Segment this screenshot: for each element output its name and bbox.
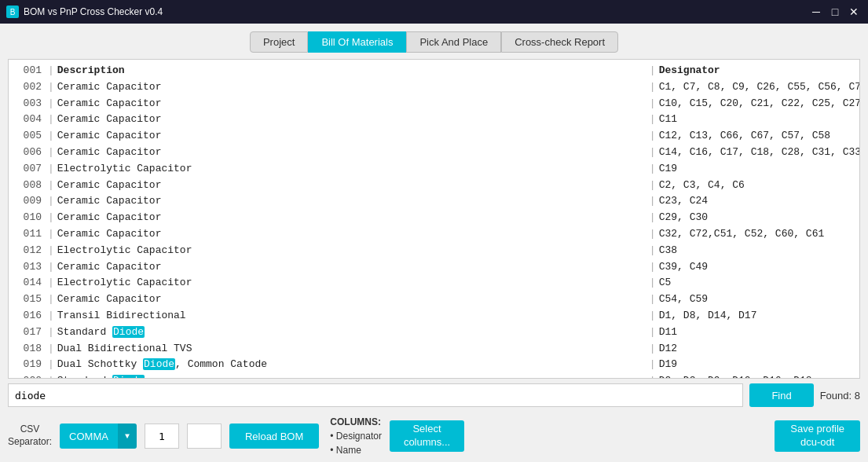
table-row: 017 | Standard Diode | D11	[15, 324, 853, 341]
row-number: 019	[15, 357, 45, 373]
row-description: Ceramic Capacitor	[57, 193, 646, 210]
row-description: Electrolytic Capacitor	[57, 243, 646, 259]
row-designator: C39, C49	[659, 259, 708, 276]
row-number: 001	[15, 63, 45, 79]
row-designator: D2, D3, D9, D10, D16, D18	[659, 373, 812, 379]
minimize-button[interactable]: ─	[808, 4, 824, 20]
save-profile-button[interactable]: Save profile dcu-odt	[775, 420, 860, 452]
row-designator: C1, C7, C8, C9, C26, C55, C56, C73	[659, 79, 860, 96]
row-designator: C2, C3, C4, C6	[659, 178, 745, 194]
row-description: Ceramic Capacitor	[57, 79, 646, 96]
row-number: 005	[15, 128, 45, 145]
row-designator: Designator	[659, 63, 720, 79]
row-description: Standard Diode	[57, 324, 646, 341]
row-designator: D1, D8, D14, D17	[659, 308, 757, 324]
table-container[interactable]: 001 | Description | Designator002 | Cera…	[8, 59, 860, 379]
table-row: 007 | Electrolytic Capacitor | C19	[15, 161, 853, 178]
tab-pnp[interactable]: Pick And Place	[406, 31, 501, 53]
row-description: Dual Schottky Diode, Common Catode	[57, 357, 646, 373]
table-row: 010 | Ceramic Capacitor | C29, C30	[15, 210, 853, 226]
tab-bom[interactable]: Bill Of Materials	[308, 31, 406, 53]
row-number: 011	[15, 226, 45, 243]
csv-separator-label: CSV Separator:	[8, 424, 52, 448]
row-description: Ceramic Capacitor	[57, 96, 646, 112]
row-description: Ceramic Capacitor	[57, 226, 646, 243]
title-bar-left: B BOM vs PnP Cross Checker v0.4	[6, 6, 163, 18]
title-bar-controls: ─ □ ✕	[808, 4, 862, 20]
row-designator: C5	[659, 275, 672, 292]
row-description: Ceramic Capacitor	[57, 210, 646, 226]
columns-info: COLUMNS: • Designator• Name	[330, 415, 382, 457]
find-button[interactable]: Find	[749, 383, 813, 407]
bottom-bar: CSV Separator: COMMA ▼ Reload BOM COLUMN…	[0, 410, 868, 462]
table-row: 014 | Electrolytic Capacitor | C5	[15, 275, 853, 292]
separator-dropdown[interactable]: COMMA ▼	[60, 424, 137, 449]
highlight-text: Diode	[112, 326, 145, 338]
table-row: 019 | Dual Schottky Diode, Common Catode…	[15, 357, 853, 373]
row-designator: D19	[659, 357, 677, 373]
table-row: 020 | Standard Diode | D2, D3, D9, D10, …	[15, 373, 853, 379]
row-description: Electrolytic Capacitor	[57, 161, 646, 178]
table-row: 016 | Transil Bidirectional | D1, D8, D1…	[15, 308, 853, 324]
tab-report[interactable]: Cross-check Report	[501, 31, 618, 53]
app-icon: B	[6, 6, 19, 18]
row-description: Ceramic Capacitor	[57, 259, 646, 276]
row-number: 009	[15, 193, 45, 210]
window-title: BOM vs PnP Cross Checker v0.4	[24, 6, 163, 17]
row-number: 008	[15, 178, 45, 194]
table-row: 004 | Ceramic Capacitor | C11	[15, 112, 853, 128]
search-input[interactable]	[8, 383, 743, 407]
row-description: Standard Diode	[57, 373, 646, 379]
row-number: 007	[15, 161, 45, 178]
table-row: 012 | Electrolytic Capacitor | C38	[15, 243, 853, 259]
row-number: 016	[15, 308, 45, 324]
separator-arrow-icon[interactable]: ▼	[118, 424, 137, 449]
row-number: 014	[15, 275, 45, 292]
table-row: 015 | Ceramic Capacitor | C54, C59	[15, 292, 853, 308]
row-number: 002	[15, 79, 45, 96]
empty-box	[187, 424, 222, 449]
row-designator: C11	[659, 112, 677, 128]
row-number: 006	[15, 145, 45, 161]
row-designator: C23, C24	[659, 193, 708, 210]
row-description: Ceramic Capacitor	[57, 178, 646, 194]
row-description: Dual Bidirectional TVS	[57, 341, 646, 358]
row-description: Description	[57, 63, 646, 79]
title-bar: B BOM vs PnP Cross Checker v0.4 ─ □ ✕	[0, 0, 868, 24]
row-number: 018	[15, 341, 45, 358]
row-number: 015	[15, 292, 45, 308]
num-input[interactable]	[145, 424, 179, 449]
table-row: 005 | Ceramic Capacitor | C12, C13, C66,…	[15, 128, 853, 145]
row-description: Ceramic Capacitor	[57, 128, 646, 145]
row-number: 020	[15, 373, 45, 379]
row-designator: C29, C30	[659, 210, 708, 226]
table-row: 001 | Description | Designator	[15, 63, 853, 79]
row-designator: C54, C59	[659, 292, 708, 308]
table-row: 018 | Dual Bidirectional TVS | D12	[15, 341, 853, 358]
table-row: 003 | Ceramic Capacitor | C10, C15, C20,…	[15, 96, 853, 112]
table-content: 001 | Description | Designator002 | Cera…	[9, 60, 859, 379]
row-number: 003	[15, 96, 45, 112]
highlight-text: Diode	[143, 358, 175, 370]
row-description: Ceramic Capacitor	[57, 145, 646, 161]
tab-bar: Project Bill Of Materials Pick And Place…	[0, 24, 868, 59]
row-designator: C38	[659, 243, 677, 259]
row-designator: C32, C72,C51, C52, C60, C61	[659, 226, 825, 243]
select-columns-button[interactable]: Select columns...	[390, 420, 464, 452]
row-number: 010	[15, 210, 45, 226]
search-bar: Find Found: 8	[8, 383, 860, 407]
table-row: 013 | Ceramic Capacitor | C39, C49	[15, 259, 853, 276]
found-count: Found: 8	[820, 390, 860, 402]
table-row: 008 | Ceramic Capacitor | C2, C3, C4, C6	[15, 178, 853, 194]
row-designator: C19	[659, 161, 677, 178]
table-row: 011 | Ceramic Capacitor | C32, C72,C51, …	[15, 226, 853, 243]
row-designator: C12, C13, C66, C67, C57, C58	[659, 128, 830, 145]
close-button[interactable]: ✕	[846, 4, 862, 20]
maximize-button[interactable]: □	[827, 4, 843, 20]
tab-project[interactable]: Project	[250, 31, 308, 53]
row-designator: D11	[659, 324, 677, 341]
row-number: 012	[15, 243, 45, 259]
reload-bom-button[interactable]: Reload BOM	[229, 424, 319, 449]
row-designator: C10, C15, C20, C21, C22, C25, C27,	[659, 96, 860, 112]
row-description: Transil Bidirectional	[57, 308, 646, 324]
